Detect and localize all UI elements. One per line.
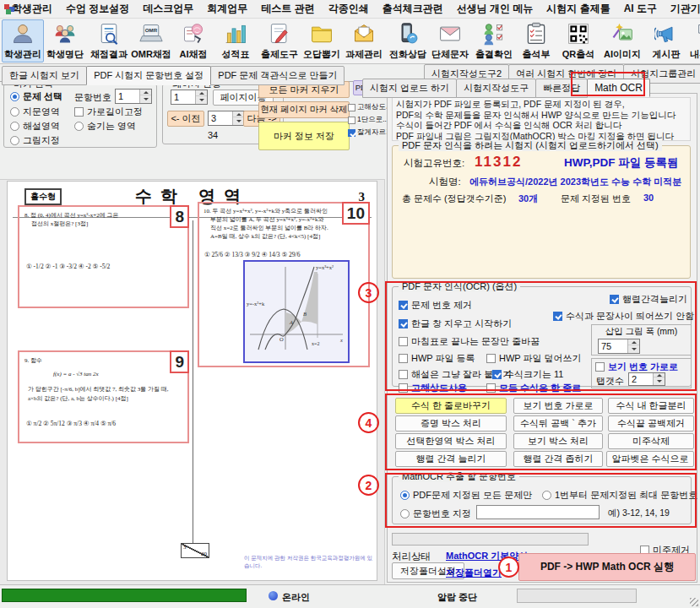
tab-quick-answer[interactable]: 빠른정답 [535,79,588,98]
marker-box-q9[interactable]: 9 9. 함수 f(x) = a - √3 tan 2x 가 닫힌구간 [-π/… [18,350,189,443]
radio-all-assigned-questions[interactable]: PDF문제 지정된 모든 문제만 [400,489,532,502]
custom-question-numbers-input[interactable] [476,505,600,519]
spinner-value: 3 [209,111,232,125]
menu-tests[interactable]: 테스트 관련 [254,0,321,18]
radio-hidden-area[interactable]: 숨기는 영역 [74,120,136,133]
toolbar-report-card[interactable]: 성적표 [214,19,257,62]
row-gap-increase-button[interactable]: 행렬 간격 늘리기 [395,451,507,467]
toolbar-student-manage[interactable]: 학생관리 [2,19,44,62]
resize-grip[interactable] [690,598,698,606]
save-marker-info-button[interactable]: 마커 정보 저장 [258,122,350,150]
remove-trailing-space-button[interactable]: 수식끝 공백제거 [608,415,694,432]
checkbox-all-equations-one-line[interactable]: 모든 수식은 한 줄로 [486,382,581,394]
toolbar-attendance-check[interactable]: 출결확인 [473,19,515,62]
tab-exam-tool[interactable]: 시험지작성도구 [456,79,536,98]
equation-one-line-button[interactable]: 수식 한 줄로바꾸기 [395,398,507,414]
page-spinner[interactable]: 1 [171,90,208,105]
menu-teacher[interactable]: 선생님 개인 메뉴 [450,0,540,18]
choice-box-button[interactable]: 보기 박스 처리 [513,433,603,449]
toolbar-internal-chat[interactable]: 내부대화 [687,19,700,62]
svg-text:A: A [289,319,293,325]
tab-exam-upload[interactable]: 시험지 업로드 하기 [362,79,457,98]
proof-box-button[interactable]: 증명 박스 처리 [395,415,507,432]
run-math-ocr-button[interactable]: PDF -> HWP Math OCR 실행 [518,553,696,581]
prev-page-button[interactable]: <- 이전 [167,111,204,127]
toolbar-authoring-tool[interactable]: 출제도구 [258,19,301,62]
checkbox-equation-size[interactable]: 수식크기는 11 [492,368,563,381]
radio-explain-area[interactable]: 해설영역 [10,120,60,133]
open-save-folder-link[interactable]: 저장폴더열기 [446,567,502,579]
radio-figure-area[interactable]: 그림지정 [10,134,60,147]
toolbar-grading-result[interactable]: 채점결과 [88,19,130,62]
toolbar-group-sms[interactable]: 단체문자 [429,19,471,62]
radio-problem-select[interactable]: 문제 선택 [10,90,62,103]
tab-hangul-exam-view[interactable]: 한글 시험지 보기 [2,66,87,85]
checkbox-icon [486,383,496,393]
menu-desk[interactable]: 데스크업무 [136,0,200,18]
tab-pdf-question-number[interactable]: PDF 시험지 문항번호 설정 [86,66,211,85]
toolbar-ai-grading[interactable]: AI채점 [172,19,214,62]
delete-page-markers-button[interactable]: 현재 페이지 마커 삭제 [258,101,350,118]
exam-page: 홀수형 수학 영역 3 8 8. 점 (0, 4)에서 곡선 y=x³-x+2에… [7,181,377,581]
tab-pdf-to-multichoice[interactable]: PDF 문제 객관식으로 만들기 [210,66,345,85]
choice-number-horizontal-button[interactable]: 보기 번호 가로로 [513,398,603,414]
checkbox-icon [399,370,408,379]
radio-passage-area[interactable]: 지문영역 [10,106,60,118]
spinner-arrows[interactable] [195,90,207,104]
radio-custom-question-numbers[interactable]: 문항번호 지정 [400,508,471,520]
image-width-spinner[interactable]: 75 [598,339,640,354]
checkbox-period-linebreak[interactable]: 마침표로 끝나는 문장만 줄바꿈 [399,335,540,348]
checkbox-hwp-register[interactable]: HWP 파일 등록 [399,352,475,365]
menu-ai-tools[interactable]: AI 도구 [617,0,664,18]
add-space-after-equation-button[interactable]: 수식뒤 공백 ` 추가 [513,415,603,432]
radio-max-question-number[interactable]: 1번부터 문제지정된 최대 문항번호 [542,489,697,502]
menu-class-settings[interactable]: 수업 정보설정 [59,0,136,18]
checkbox-label: 행렬간격늘리기 [622,293,687,306]
spinner-arrows[interactable] [653,373,665,385]
toolbar-qr-attendance[interactable]: QR출석 [557,19,600,62]
toolbar-phone-consult[interactable]: 전화상담 [387,19,429,62]
toolbar-homework[interactable]: 과제관리 [343,19,385,62]
question-number-spinner[interactable]: 1 [115,89,152,104]
open-envelope-icon [352,22,376,47]
checkbox-remove-question-number[interactable]: 문제 번호 제거 [399,299,472,312]
toolbar-wrong-answers[interactable]: 오답뽑기 [301,19,343,62]
q10-text: 부분의 넓이를 A, 두 곡선 y=x³+x², y=-x²+k와 [210,216,323,225]
menu-exam-tools[interactable]: 시험지 출제툴 [540,0,616,18]
marker-box-q10[interactable]: 10 10. 두 곡선 y=x³+x², y=-x²+k와 y축으로 둘러싸인 … [198,202,370,367]
ocr-description-line: PDF의 수학 문제들을 문자 인식해서 HWP 양식으로 만드는 기능입니다 [396,110,686,121]
checkbox-fixed-width[interactable]: 가로길이고정 [74,106,143,118]
row-gap-decrease-button[interactable]: 행렬 간격 좁히기 [513,451,603,467]
checkbox-hwp-overwrite[interactable]: HWP 파일 덮어쓰기 [486,352,582,365]
spinner-arrows[interactable] [232,111,244,125]
checkbox-row-gap-increase[interactable]: 행렬간격늘리기 [610,293,687,306]
toolbar-omr-grading[interactable]: OMR OMR채점 [130,19,172,62]
marker-box-q8[interactable]: 8 8. 점 (0, 4)에서 곡선 y=x³-x+2에 그은 접선의 x절편은… [18,205,189,308]
exam-id-value: 11312 [475,154,522,171]
checkbox-choice-horizontal[interactable]: 보기 번호 가로로 [595,361,678,373]
tab-math-ocr[interactable]: Math OCR [587,79,650,97]
checkbox-no-space-between[interactable]: 수식과 문장사이 띄어쓰기 안함 [553,310,694,323]
tab-count-spinner[interactable]: 2 [628,372,665,386]
current-page-spinner[interactable]: 3 [208,111,245,126]
checkbox-high-resolution[interactable]: 고해상도사용 [399,382,467,394]
menu-org-info[interactable]: 기관기본정보 [664,0,700,18]
toolbar-board[interactable]: 게시판 [645,19,687,62]
menu-printing[interactable]: 각종인쇄 [322,0,376,18]
checkbox-one-column[interactable]: 1단으로.. [348,115,387,125]
split-hangul-in-equation-button[interactable]: 수식 내 한글분리 [608,398,694,414]
spinner-arrows[interactable] [139,90,151,103]
menu-accounting[interactable]: 회계업무 [200,0,254,18]
toolbar-ai-image[interactable]: AI이미지 [601,19,643,62]
spinner-arrows[interactable] [627,339,639,353]
alarm-stop-box[interactable] [517,589,637,603]
alphabet-to-equation-button[interactable]: 알파벳은 수식으로 [606,451,694,467]
toolbar-student-list[interactable]: 학생명단 [44,19,86,62]
radio-label: 해설영역 [23,120,60,133]
selected-area-box-button[interactable]: 선택한영역 박스 처리 [395,433,507,449]
menu-attendance[interactable]: 출석체크관련 [376,0,450,18]
checkbox-clear-hwp-window[interactable]: 한글 창 지우고 시작하기 [399,318,512,330]
figure-box-q10[interactable]: y=x³+x² y=-x²+k A B O x x=2 [243,260,350,363]
toolbar-attendance-book[interactable]: 출석부 [515,19,557,62]
delete-endnote-button[interactable]: 미주삭제 [608,433,694,449]
